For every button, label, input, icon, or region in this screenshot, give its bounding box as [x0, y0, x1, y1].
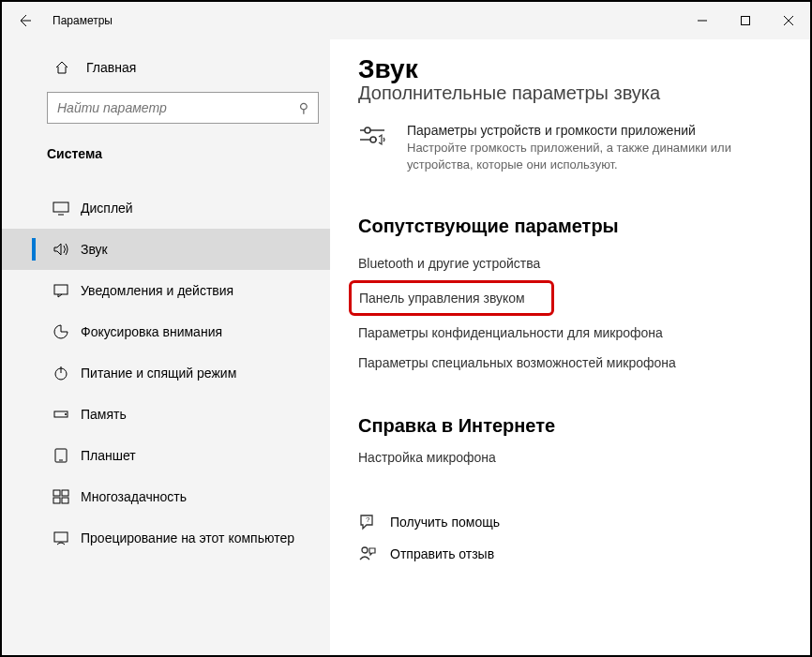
projecting-icon	[53, 530, 69, 546]
svg-point-11	[65, 413, 67, 415]
get-help-icon: ?	[358, 513, 377, 531]
nav-label: Уведомления и действия	[81, 283, 233, 298]
nav-list: Дисплей Звук Уведомления и действия Фоку…	[2, 187, 330, 559]
nav-item-sound[interactable]: Звук	[2, 229, 330, 270]
feedback-icon	[358, 545, 377, 563]
search-field[interactable]	[57, 100, 299, 115]
sidebar: Главная ⚲ Система Дисплей Звук	[2, 39, 330, 655]
nav-item-power[interactable]: Питание и спящий режим	[2, 352, 330, 394]
maximize-button[interactable]	[724, 2, 767, 39]
nav-label: Дисплей	[81, 201, 133, 216]
multitasking-icon	[53, 488, 69, 505]
svg-point-20	[365, 127, 370, 133]
nav-item-storage[interactable]: Память	[2, 394, 330, 435]
link-mic-privacy[interactable]: Параметры конфиденциальности для микрофо…	[358, 318, 782, 348]
svg-rect-7	[54, 285, 68, 294]
page-title: Звук	[358, 54, 782, 84]
nav-item-display[interactable]: Дисплей	[2, 187, 330, 229]
sliders-icon	[358, 123, 392, 172]
titlebar: Параметры	[2, 2, 810, 39]
settings-window: Параметры Главная ⚲ Система	[0, 0, 812, 657]
home-label: Главная	[86, 60, 136, 75]
focus-icon	[53, 323, 69, 340]
get-help-label: Получить помощь	[390, 515, 500, 530]
web-help-title: Справка в Интернете	[358, 415, 782, 437]
get-help-link[interactable]: ? Получить помощь	[358, 506, 782, 538]
advanced-sound-options[interactable]: Параметры устройств и громкости приложен…	[358, 123, 782, 172]
svg-point-24	[362, 547, 368, 553]
advanced-desc: Настройте громкость приложений, а также …	[407, 140, 763, 172]
sound-icon	[53, 241, 69, 258]
storage-icon	[53, 406, 69, 423]
svg-text:?: ?	[366, 515, 370, 524]
display-icon	[53, 200, 69, 217]
nav-label: Многозадачность	[81, 489, 187, 504]
link-bluetooth[interactable]: Bluetooth и другие устройства	[358, 248, 782, 278]
power-icon	[53, 365, 69, 381]
subsection-title: Дополнительные параметры звука	[358, 82, 782, 104]
nav-label: Проецирование на этот компьютер	[81, 530, 294, 545]
svg-rect-18	[54, 532, 68, 542]
footer-links: ? Получить помощь Отправить отзыв	[358, 506, 782, 570]
help-link-mic-setup[interactable]: Настройка микрофона	[358, 450, 782, 465]
nav-item-focus[interactable]: Фокусировка внимания	[2, 311, 330, 352]
svg-rect-17	[62, 498, 68, 503]
home-icon	[54, 60, 69, 75]
svg-rect-15	[62, 490, 68, 496]
nav-label: Фокусировка внимания	[81, 324, 222, 339]
nav-label: Звук	[81, 242, 108, 257]
nav-item-notifications[interactable]: Уведомления и действия	[2, 270, 330, 311]
search-icon: ⚲	[299, 100, 308, 115]
svg-point-22	[370, 137, 376, 142]
search-input[interactable]: ⚲	[47, 92, 319, 124]
window-title: Параметры	[53, 14, 113, 27]
nav-item-multitasking[interactable]: Многозадачность	[2, 476, 330, 517]
category-label: Система	[2, 133, 330, 174]
content-area: Звук Дополнительные параметры звука Пара…	[330, 39, 810, 655]
feedback-label: Отправить отзыв	[390, 546, 494, 561]
nav-item-tablet[interactable]: Планшет	[2, 435, 330, 476]
svg-rect-16	[53, 498, 60, 503]
window-controls	[681, 2, 810, 39]
advanced-title: Параметры устройств и громкости приложен…	[407, 123, 763, 138]
related-settings-title: Сопутствующие параметры	[358, 216, 782, 237]
minimize-button[interactable]	[681, 2, 724, 39]
svg-rect-14	[53, 490, 60, 496]
close-button[interactable]	[767, 2, 810, 39]
home-link[interactable]: Главная	[2, 52, 330, 82]
related-links: Bluetooth и другие устройства Панель упр…	[358, 248, 782, 378]
nav-label: Питание и спящий режим	[81, 366, 236, 381]
nav-label: Планшет	[81, 448, 136, 463]
link-mic-accessibility[interactable]: Параметры специальных возможностей микро…	[358, 348, 782, 378]
back-button[interactable]	[2, 2, 47, 39]
nav-label: Память	[81, 407, 127, 422]
link-sound-control-panel[interactable]: Панель управления звуком	[349, 280, 554, 316]
tablet-icon	[53, 447, 69, 464]
feedback-link[interactable]: Отправить отзыв	[358, 538, 782, 570]
notifications-icon	[53, 282, 69, 299]
svg-rect-2	[742, 17, 750, 25]
svg-rect-5	[53, 202, 68, 212]
nav-item-projecting[interactable]: Проецирование на этот компьютер	[2, 517, 330, 559]
